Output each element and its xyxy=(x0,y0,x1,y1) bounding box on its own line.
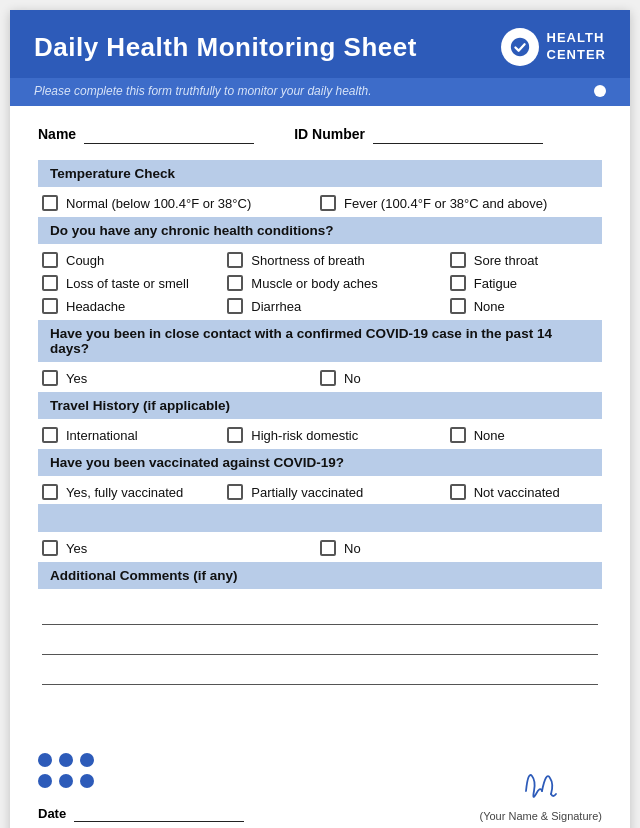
taste-smell-checkbox[interactable] xyxy=(42,275,58,291)
sore-throat-label: Sore throat xyxy=(474,253,538,268)
shortness-checkbox[interactable] xyxy=(227,252,243,268)
dot-4 xyxy=(38,774,52,788)
subheader: Please complete this form truthfully to … xyxy=(10,78,630,106)
comments-section-header: Additional Comments (if any) xyxy=(38,562,602,589)
unknown-section-header xyxy=(38,504,602,532)
sore-throat-checkbox[interactable] xyxy=(450,252,466,268)
dot-2 xyxy=(59,753,73,767)
vacc-full-label: Yes, fully vaccinated xyxy=(66,485,183,500)
chronic-section-header: Do you have any chronic health condition… xyxy=(38,217,602,244)
travel-intl-item: International xyxy=(42,427,227,443)
temp-normal-checkbox[interactable] xyxy=(42,195,58,211)
temp-normal-label: Normal (below 100.4°F or 38°C) xyxy=(66,196,251,211)
headache-label: Headache xyxy=(66,299,125,314)
travel-section-header: Travel History (if applicable) xyxy=(38,392,602,419)
cough-checkbox[interactable] xyxy=(42,252,58,268)
vacc-partial-item: Partially vaccinated xyxy=(227,484,449,500)
diarrhea-label: Diarrhea xyxy=(251,299,301,314)
travel-highrisk-label: High-risk domestic xyxy=(251,428,358,443)
signature-svg xyxy=(496,756,586,806)
unknown-yes-label: Yes xyxy=(66,541,87,556)
none-chronic-label: None xyxy=(474,299,505,314)
subheader-dot xyxy=(594,85,606,97)
sore-throat-item: Sore throat xyxy=(450,252,598,268)
contact-section-header: Have you been in close contact with a co… xyxy=(38,320,602,362)
page-footer: Date (Your Name & Signature) xyxy=(10,745,630,828)
none-chronic-checkbox[interactable] xyxy=(450,298,466,314)
contact-no-item: No xyxy=(320,370,598,386)
chronic-row-2: Loss of taste or smell Muscle or body ac… xyxy=(38,275,602,291)
muscle-label: Muscle or body aches xyxy=(251,276,377,291)
footer-left: Date xyxy=(38,753,244,822)
fatigue-label: Fatigue xyxy=(474,276,517,291)
signature-area xyxy=(481,753,601,808)
travel-intl-checkbox[interactable] xyxy=(42,427,58,443)
shortness-item: Shortness of breath xyxy=(227,252,449,268)
vacc-partial-checkbox[interactable] xyxy=(227,484,243,500)
footer-dots xyxy=(38,753,244,788)
chronic-row-3: Headache Diarrhea None xyxy=(38,298,602,314)
none-chronic-item: None xyxy=(450,298,598,314)
contact-yes-checkbox[interactable] xyxy=(42,370,58,386)
date-line xyxy=(74,804,244,822)
dot-5 xyxy=(59,774,73,788)
contact-yes-label: Yes xyxy=(66,371,87,386)
vacc-full-item: Yes, fully vaccinated xyxy=(42,484,227,500)
name-input[interactable] xyxy=(84,124,254,144)
contact-no-checkbox[interactable] xyxy=(320,370,336,386)
diarrhea-checkbox[interactable] xyxy=(227,298,243,314)
muscle-checkbox[interactable] xyxy=(227,275,243,291)
vacc-partial-label: Partially vaccinated xyxy=(251,485,363,500)
form-content: Name ID Number Temperature Check Normal … xyxy=(10,106,630,745)
unknown-no-item: No xyxy=(320,540,598,556)
headache-checkbox[interactable] xyxy=(42,298,58,314)
travel-none-checkbox[interactable] xyxy=(450,427,466,443)
unknown-yes-checkbox[interactable] xyxy=(42,540,58,556)
vacc-none-label: Not vaccinated xyxy=(474,485,560,500)
id-input[interactable] xyxy=(373,124,543,144)
chronic-row-1: Cough Shortness of breath Sore throat xyxy=(38,252,602,268)
id-field: ID Number xyxy=(294,124,543,144)
logo: Health Center xyxy=(501,28,606,66)
temperature-section-header: Temperature Check xyxy=(38,160,602,187)
fatigue-checkbox[interactable] xyxy=(450,275,466,291)
temp-fever-item: Fever (100.4°F or 38°C and above) xyxy=(320,195,598,211)
contact-row: Yes No xyxy=(38,370,602,386)
travel-highrisk-checkbox[interactable] xyxy=(227,427,243,443)
unknown-no-checkbox[interactable] xyxy=(320,540,336,556)
page-header: Daily Health Monitoring Sheet Health Cen… xyxy=(10,10,630,78)
cough-item: Cough xyxy=(42,252,227,268)
unknown-no-label: No xyxy=(344,541,361,556)
headache-item: Headache xyxy=(42,298,227,314)
vaccinated-section-header: Have you been vaccinated against COVID-1… xyxy=(38,449,602,476)
vacc-full-checkbox[interactable] xyxy=(42,484,58,500)
temp-normal-item: Normal (below 100.4°F or 38°C) xyxy=(42,195,320,211)
logo-icon xyxy=(501,28,539,66)
travel-none-item: None xyxy=(450,427,598,443)
temp-fever-checkbox[interactable] xyxy=(320,195,336,211)
muscle-item: Muscle or body aches xyxy=(227,275,449,291)
vacc-none-checkbox[interactable] xyxy=(450,484,466,500)
unknown-row: Yes No xyxy=(38,540,602,556)
cough-label: Cough xyxy=(66,253,104,268)
travel-highrisk-item: High-risk domestic xyxy=(227,427,449,443)
comment-line-1 xyxy=(42,605,598,625)
subheader-text: Please complete this form truthfully to … xyxy=(34,84,372,98)
dot-6 xyxy=(80,774,94,788)
id-label: ID Number xyxy=(294,126,365,142)
date-row: Date xyxy=(38,804,244,822)
fatigue-item: Fatigue xyxy=(450,275,598,291)
footer-right: (Your Name & Signature) xyxy=(480,753,603,822)
travel-intl-label: International xyxy=(66,428,138,443)
logo-text: Health Center xyxy=(547,30,606,64)
page-title: Daily Health Monitoring Sheet xyxy=(34,32,417,63)
signature-label: (Your Name & Signature) xyxy=(480,810,603,822)
taste-smell-label: Loss of taste or smell xyxy=(66,276,189,291)
unknown-yes-item: Yes xyxy=(42,540,320,556)
name-id-row: Name ID Number xyxy=(38,124,602,144)
dot-3 xyxy=(80,753,94,767)
travel-none-label: None xyxy=(474,428,505,443)
temp-fever-label: Fever (100.4°F or 38°C and above) xyxy=(344,196,547,211)
vaccinated-row: Yes, fully vaccinated Partially vaccinat… xyxy=(38,484,602,500)
travel-row: International High-risk domestic None xyxy=(38,427,602,443)
